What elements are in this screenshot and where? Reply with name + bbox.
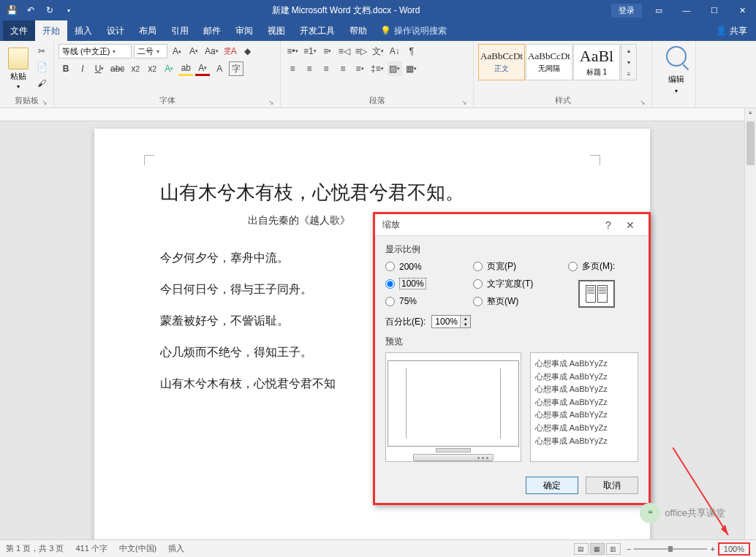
vertical-scrollbar[interactable]: ▴ [744,108,756,539]
maximize-icon[interactable]: ☐ [700,0,728,20]
para-launcher-icon[interactable]: ↘ [461,99,467,106]
zoom-pagewidth[interactable]: 页宽(P) [473,260,561,273]
zoom-100[interactable]: 100% [385,277,466,290]
tab-review[interactable]: 审阅 [228,20,260,41]
shrink-font-icon[interactable]: A▾ [186,44,201,58]
phonetic-icon[interactable]: 雯A [222,44,238,58]
font-name-combo[interactable]: 等线 (中文正)▾ [58,44,132,58]
tab-developer[interactable]: 开发工具 [292,20,342,41]
redo-icon[interactable]: ↻ [42,3,57,18]
enclose-char-icon[interactable]: A [212,61,227,76]
tell-me-search[interactable]: 💡 操作说明搜索 [380,25,447,37]
clear-format-icon[interactable]: ◆ [241,44,255,58]
text-effects-icon[interactable]: A▾ [162,61,176,76]
align-left-icon[interactable]: ≡ [285,61,300,76]
minimize-icon[interactable]: — [673,0,700,20]
copy-icon[interactable]: 📄 [34,60,49,75]
zoom-slider[interactable]: − + [627,545,715,553]
zoom-200[interactable]: 200% [385,260,466,273]
subscript-button[interactable]: x2 [128,61,143,76]
style-heading1[interactable]: AaBl 标题 1 [573,44,620,80]
line-spacing-icon[interactable]: ‡≡▾ [369,61,385,76]
style-down-icon[interactable]: ▾ [621,56,636,68]
superscript-button[interactable]: x2 [145,61,159,76]
view-read-icon[interactable]: ▤ [574,543,589,555]
status-insert-mode[interactable]: 插入 [168,543,184,554]
align-center-icon[interactable]: ≡ [302,61,317,76]
font-launcher-icon[interactable]: ↘ [268,99,274,106]
ok-button[interactable]: 确定 [526,477,578,494]
change-case-icon[interactable]: Aa▾ [203,44,220,58]
char-border-icon[interactable]: 字 [229,61,243,76]
save-icon[interactable]: 💾 [4,3,19,18]
view-print-icon[interactable]: ▦ [590,543,605,555]
horizontal-ruler[interactable] [0,108,744,121]
find-icon[interactable] [666,46,687,67]
spin-down-icon[interactable]: ▾ [460,322,470,327]
zoom-wholepage[interactable]: 整页(W) [473,295,561,308]
zoom-textwidth[interactable]: 文字宽度(T) [473,277,561,290]
sort-icon[interactable]: A↓ [388,44,402,58]
zoom-out-icon[interactable]: − [627,545,631,553]
dialog-help-icon[interactable]: ? [597,219,619,231]
style-up-icon[interactable]: ▴ [621,45,636,56]
underline-button[interactable]: U▾ [92,61,107,76]
scroll-up-icon[interactable]: ▴ [745,108,756,120]
style-more-icon[interactable]: ≡ [621,68,636,80]
zoom-75[interactable]: 75% [385,295,466,308]
font-color-icon[interactable]: A▾ [195,61,210,76]
highlight-icon[interactable]: ab [178,61,193,76]
status-wordcount[interactable]: 411 个字 [75,543,107,554]
increase-indent-icon[interactable]: ≡▷ [354,44,368,58]
style-normal[interactable]: AaBbCcDt 正文 [478,44,525,80]
font-size-combo[interactable]: 二号▾ [134,44,167,58]
status-page[interactable]: 第 1 页，共 3 页 [6,543,64,554]
style-nospacing[interactable]: AaBbCcDt 无间隔 [526,44,572,80]
shading-icon[interactable]: ▨▾ [388,61,402,76]
paste-button[interactable]: 粘贴 ▾ [4,44,31,94]
cut-icon[interactable]: ✂ [34,44,49,58]
tab-layout[interactable]: 布局 [132,20,164,41]
status-language[interactable]: 中文(中国) [119,543,156,554]
bold-button[interactable]: B [58,61,73,76]
zoom-in-icon[interactable]: + [710,545,714,553]
italic-button[interactable]: I [75,61,90,76]
ribbon-options-icon[interactable]: ▭ [645,0,673,20]
close-icon[interactable]: ✕ [728,0,756,20]
numbering-icon[interactable]: ≡1▾ [302,44,318,58]
decrease-indent-icon[interactable]: ≡◁ [337,44,352,58]
doc-title[interactable]: 山有木兮木有枝，心悦君兮君不知。 [160,180,584,205]
undo-icon[interactable]: ↶ [23,3,38,18]
tab-view[interactable]: 视图 [260,20,292,41]
show-marks-icon[interactable]: ¶ [404,44,419,58]
format-painter-icon[interactable]: 🖌 [34,76,49,91]
tab-references[interactable]: 引用 [164,20,196,41]
bullets-icon[interactable]: ≡•▾ [285,44,300,58]
spin-up-icon[interactable]: ▴ [460,316,470,322]
tab-home[interactable]: 开始 [35,20,67,41]
justify-icon[interactable]: ≡ [336,61,350,76]
tab-design[interactable]: 设计 [99,20,132,41]
borders-icon[interactable]: ▦▾ [404,61,419,76]
tab-file[interactable]: 文件 [3,20,35,41]
strikethrough-button[interactable]: abc [109,61,126,76]
tab-help[interactable]: 帮助 [342,20,374,41]
tab-insert[interactable]: 插入 [67,20,99,41]
distribute-icon[interactable]: ≡▾ [352,61,367,76]
qat-dropdown-icon[interactable]: ▾ [61,3,76,18]
cancel-button[interactable]: 取消 [586,477,638,494]
tab-mail[interactable]: 邮件 [196,20,228,41]
zoom-multipage[interactable]: 多页(M): [568,260,641,273]
align-right-icon[interactable]: ≡ [319,61,333,76]
multilevel-icon[interactable]: ≡▾ [320,44,335,58]
grow-font-icon[interactable]: A▴ [170,44,184,58]
clipboard-launcher-icon[interactable]: ↘ [42,99,48,106]
scroll-thumb[interactable] [746,121,755,165]
login-button[interactable]: 登录 [611,4,642,18]
view-web-icon[interactable]: ▥ [606,543,621,555]
zoom-percent[interactable]: 100% [718,542,750,556]
share-button[interactable]: 👤 共享 [716,25,747,37]
percent-spinbox[interactable]: 100% ▴▾ [431,315,471,328]
asian-layout-icon[interactable]: 文▾ [371,44,385,58]
styles-launcher-icon[interactable]: ↘ [640,99,646,106]
